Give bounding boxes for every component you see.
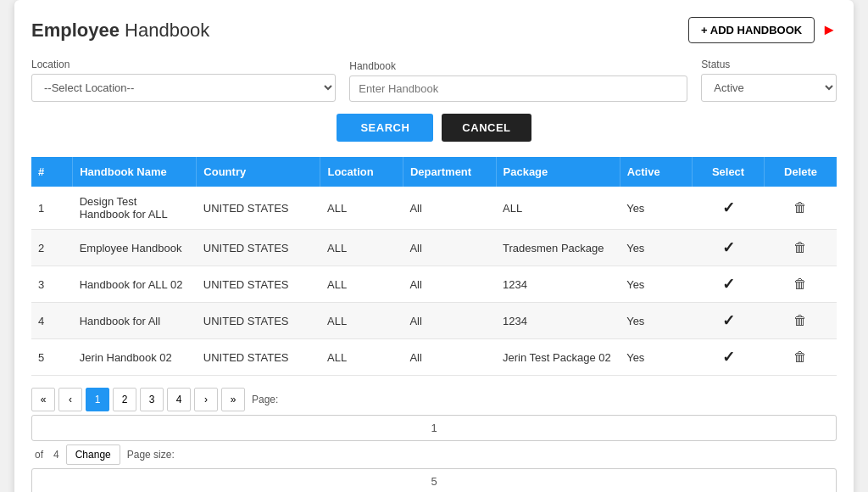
cell-active: Yes bbox=[620, 230, 692, 266]
select-checkmark[interactable]: ✓ bbox=[722, 239, 735, 256]
page-change-button[interactable]: Change bbox=[66, 444, 120, 465]
col-header-department: Department bbox=[403, 157, 496, 187]
cell-location: ALL bbox=[320, 266, 403, 303]
select-checkmark[interactable]: ✓ bbox=[722, 276, 735, 293]
page-1-button[interactable]: 1 bbox=[86, 388, 109, 411]
page-number-input[interactable] bbox=[31, 415, 837, 441]
handbook-input[interactable] bbox=[349, 75, 687, 102]
cell-num: 1 bbox=[31, 187, 73, 230]
cell-select[interactable]: ✓ bbox=[692, 339, 764, 376]
cell-select[interactable]: ✓ bbox=[692, 303, 764, 339]
page-header: Employee Handbook + ADD HANDBOOK ► bbox=[31, 17, 837, 43]
page-label: Page: bbox=[252, 394, 278, 405]
select-checkmark[interactable]: ✓ bbox=[722, 199, 735, 216]
pagination-bar: « ‹ 1 2 3 4 › » Page: of 4 Change Page s… bbox=[31, 388, 837, 492]
cell-location: ALL bbox=[320, 339, 403, 376]
cell-department: All bbox=[403, 187, 496, 230]
cell-country: UNITED STATES bbox=[197, 187, 320, 230]
cell-department: All bbox=[403, 266, 496, 303]
cell-delete[interactable]: 🗑 bbox=[765, 187, 837, 230]
search-button[interactable]: SEARCH bbox=[337, 114, 433, 142]
status-label: Status bbox=[701, 59, 837, 70]
cell-num: 4 bbox=[31, 303, 73, 339]
table-row: 4 Handbook for All UNITED STATES ALL All… bbox=[31, 303, 837, 339]
next-page-button[interactable]: › bbox=[194, 388, 218, 411]
cell-location: ALL bbox=[320, 230, 403, 266]
page-2-button[interactable]: 2 bbox=[113, 388, 136, 411]
filter-bar: Location --Select Location-- Handbook St… bbox=[31, 59, 837, 102]
cell-name: Design Test Handbook for ALL bbox=[73, 187, 197, 230]
col-header-active: Active bbox=[620, 157, 692, 187]
delete-icon[interactable]: 🗑 bbox=[793, 277, 807, 291]
page-size-input[interactable] bbox=[31, 468, 837, 492]
col-header-num: # bbox=[31, 157, 73, 187]
first-page-button[interactable]: « bbox=[31, 388, 55, 411]
cell-package: 1234 bbox=[496, 266, 620, 303]
cell-country: UNITED STATES bbox=[197, 339, 320, 376]
action-buttons: SEARCH CANCEL bbox=[31, 114, 837, 142]
cell-country: UNITED STATES bbox=[197, 266, 320, 303]
main-container: Employee Handbook + ADD HANDBOOK ► Locat… bbox=[14, 0, 854, 492]
cell-name: Jerin Handbook 02 bbox=[73, 339, 197, 376]
cell-department: All bbox=[403, 339, 496, 376]
cancel-button[interactable]: CANCEL bbox=[442, 114, 531, 142]
title-bold: Employee bbox=[31, 20, 120, 41]
cell-select[interactable]: ✓ bbox=[692, 230, 764, 266]
cell-department: All bbox=[403, 230, 496, 266]
cell-active: Yes bbox=[620, 303, 692, 339]
table-row: 2 Employee Handbook UNITED STATES ALL Al… bbox=[31, 230, 837, 266]
col-header-country: Country bbox=[197, 157, 320, 187]
handbook-filter-group: Handbook bbox=[349, 60, 687, 102]
page-title: Employee Handbook bbox=[31, 20, 209, 42]
cell-package: Jerin Test Package 02 bbox=[496, 339, 620, 376]
select-checkmark[interactable]: ✓ bbox=[722, 312, 735, 329]
select-checkmark[interactable]: ✓ bbox=[722, 349, 735, 366]
cell-select[interactable]: ✓ bbox=[692, 187, 764, 230]
last-page-button[interactable]: » bbox=[221, 388, 245, 411]
delete-icon[interactable]: 🗑 bbox=[793, 240, 807, 254]
cell-delete[interactable]: 🗑 bbox=[765, 266, 837, 303]
cell-package: Tradesmen Package bbox=[496, 230, 620, 266]
cell-package: 1234 bbox=[496, 303, 620, 339]
cell-department: All bbox=[403, 303, 496, 339]
cell-active: Yes bbox=[620, 266, 692, 303]
prev-page-button[interactable]: ‹ bbox=[58, 388, 82, 411]
page-3-button[interactable]: 3 bbox=[140, 388, 164, 411]
delete-icon[interactable]: 🗑 bbox=[793, 349, 807, 364]
table-row: 5 Jerin Handbook 02 UNITED STATES ALL Al… bbox=[31, 339, 837, 376]
cell-country: UNITED STATES bbox=[197, 303, 320, 339]
cell-select[interactable]: ✓ bbox=[692, 266, 764, 303]
delete-icon[interactable]: 🗑 bbox=[793, 313, 807, 327]
status-select[interactable]: Active Inactive All bbox=[701, 74, 837, 102]
location-filter-group: Location --Select Location-- bbox=[31, 59, 336, 102]
cell-delete[interactable]: 🗑 bbox=[765, 230, 837, 266]
page-size-label: Page size: bbox=[127, 449, 175, 461]
cell-active: Yes bbox=[620, 339, 692, 376]
cell-delete[interactable]: 🗑 bbox=[765, 303, 837, 339]
col-header-select: Select bbox=[692, 157, 764, 187]
delete-icon[interactable]: 🗑 bbox=[793, 200, 807, 215]
add-handbook-button[interactable]: + ADD HANDBOOK bbox=[688, 17, 815, 43]
title-light: Handbook bbox=[120, 20, 209, 41]
cursor-icon: ► bbox=[821, 21, 837, 39]
cell-package: ALL bbox=[496, 187, 620, 230]
col-header-name: Handbook Name bbox=[73, 157, 197, 187]
col-header-delete: Delete bbox=[765, 157, 837, 187]
cell-location: ALL bbox=[320, 303, 403, 339]
cell-num: 2 bbox=[31, 230, 73, 266]
handbook-label: Handbook bbox=[349, 60, 687, 72]
handbooks-table: # Handbook Name Country Location Departm… bbox=[31, 157, 837, 376]
col-header-package: Package bbox=[496, 157, 620, 187]
cell-country: UNITED STATES bbox=[197, 230, 320, 266]
cell-active: Yes bbox=[620, 187, 692, 230]
location-select[interactable]: --Select Location-- bbox=[31, 74, 336, 102]
page-4-button[interactable]: 4 bbox=[167, 388, 191, 411]
table-row: 3 Handbook for ALL 02 UNITED STATES ALL … bbox=[31, 266, 837, 303]
cell-delete[interactable]: 🗑 bbox=[765, 339, 837, 376]
table-row: 1 Design Test Handbook for ALL UNITED ST… bbox=[31, 187, 837, 230]
cell-location: ALL bbox=[320, 187, 403, 230]
cell-name: Employee Handbook bbox=[73, 230, 197, 266]
cell-name: Handbook for All bbox=[73, 303, 197, 339]
table-header-row: # Handbook Name Country Location Departm… bbox=[31, 157, 837, 187]
cell-num: 3 bbox=[31, 266, 73, 303]
